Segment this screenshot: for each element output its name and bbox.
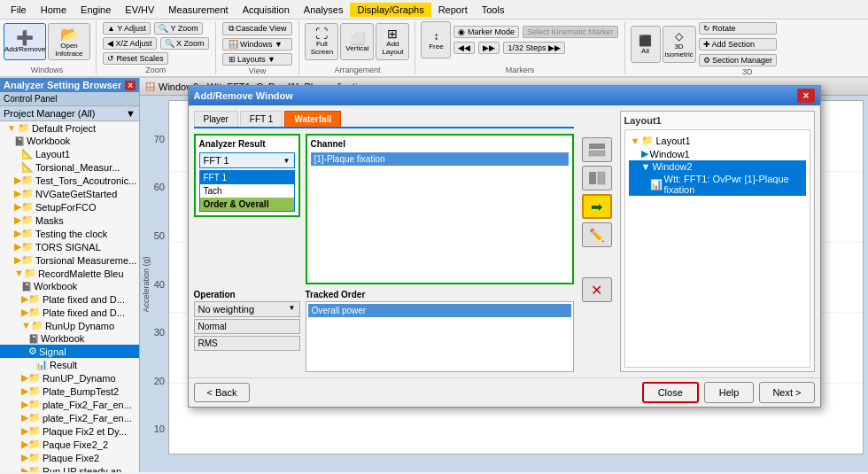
open-infotrace-button[interactable]: 📂 Open Infotrace xyxy=(48,23,90,60)
add-remove-button[interactable]: ➕ Add/Remove xyxy=(4,23,46,60)
add-remove-icon: ➕ xyxy=(16,29,34,46)
x-zoom-button[interactable]: 🔍 X Zoom xyxy=(160,37,209,50)
operation-dropdown-2[interactable]: Normal xyxy=(194,319,300,334)
tree-item-test-tors[interactable]: ▶📁Test_Tors_Acoutronic... xyxy=(0,174,139,187)
analyzer-result-dropdown[interactable]: FFT 1 ▼ xyxy=(199,152,295,168)
menu-file[interactable]: File xyxy=(4,3,34,17)
dialog-close-button[interactable]: × xyxy=(797,89,814,103)
select-kinematic-marker-button[interactable]: Select Kinematic Marker xyxy=(523,26,618,38)
project-manager-expand[interactable]: ▼ xyxy=(126,108,136,119)
windows-button[interactable]: 🪟 Windows ▼ xyxy=(222,38,293,51)
marker-mode-button[interactable]: ◉ Marker Mode xyxy=(453,26,519,38)
tree-item-paque-fixe2-2[interactable]: ▶📁Paque Fixe2_2 xyxy=(0,438,139,451)
y-adjust-button[interactable]: ▲ Y Adjust xyxy=(103,22,151,35)
steps-fraction-button[interactable]: 1/32 Steps ▶▶ xyxy=(503,42,565,54)
tree-item-layout1[interactable]: 📐Layout1 xyxy=(0,147,139,160)
tab-player[interactable]: Player xyxy=(194,111,238,127)
tree-item-record-malette[interactable]: ▼📁RecordMalette Bleu xyxy=(0,267,139,280)
tree-item-plaque-fix2-dy[interactable]: ▶📁Plaque Fix2 et Dy... xyxy=(0,424,139,438)
vertical-button[interactable]: ⬜ Vertical xyxy=(340,23,374,60)
tree-item-plate-fixed-1[interactable]: ▶📁Plate fixed and D... xyxy=(0,292,139,306)
layout-tree-wtt-fft1[interactable]: 📊 Wtt: FFT1: OvPwr [1]-Plaque fixation xyxy=(629,173,806,196)
tree-item-signal[interactable]: ⚙Signal xyxy=(0,345,139,358)
tree-item-plate-fix2-far2[interactable]: ▶📁plate_Fix2_Far_en... xyxy=(0,411,139,424)
cascade-view-button[interactable]: ⧉ Cascade View xyxy=(222,22,293,35)
tree-item-runup-dynamo[interactable]: ▼📁RunUp Dynamo xyxy=(0,319,139,332)
close-button[interactable]: Close xyxy=(642,382,699,403)
tree-item-torsional[interactable]: 📐Torsional_Measur... xyxy=(0,160,139,174)
add-layout-icon: ⊞ xyxy=(387,27,398,41)
all-3d-button[interactable]: ⬛ All xyxy=(631,26,661,63)
menu-display-graphs[interactable]: Display/Graphs xyxy=(350,3,430,17)
tree-item-plate-fixed-2[interactable]: ▶📁Plate fixed and D... xyxy=(0,306,139,319)
menu-home[interactable]: Home xyxy=(34,3,74,17)
tree-item-masks[interactable]: ▶📁Masks xyxy=(0,214,139,227)
tree-item-default-project[interactable]: ▼📁Default Project xyxy=(0,121,139,135)
analyzer-result-value: FFT 1 xyxy=(204,155,229,166)
tree-item-nvgate[interactable]: ▶📁NVGateGetStarted xyxy=(0,187,139,200)
add-to-layout-btn[interactable]: ➡ xyxy=(582,194,612,219)
steps-forward-button[interactable]: ▶▶ xyxy=(478,42,500,54)
tree-item-testing-clock[interactable]: ▶📁Testing the clock xyxy=(0,227,139,240)
tree-item-runup-dynamo2[interactable]: ▶📁RunUP_Dynamo xyxy=(0,371,139,385)
back-button[interactable]: < Back xyxy=(194,383,251,402)
full-screen-button[interactable]: ⛶ Full Screen xyxy=(305,23,338,60)
menu-engine[interactable]: Engine xyxy=(74,3,118,17)
dropdown-item-order-overall[interactable]: Order & Overall xyxy=(200,198,294,211)
channel-item-1[interactable]: [1]-Plaque fixation xyxy=(311,152,569,166)
tree-item-torsional-measure[interactable]: ▶📁Torsional Measureme... xyxy=(0,253,139,267)
layout-tree-window1[interactable]: ▶ Window1 xyxy=(629,147,806,160)
menu-measurement[interactable]: Measurement xyxy=(161,3,235,17)
free-button[interactable]: ↕ Free xyxy=(421,21,451,58)
tracked-order-section: Tracked Order Overall power xyxy=(306,290,574,372)
dropdown-item-fft1[interactable]: FFT 1 xyxy=(200,171,294,184)
tree-item-run-up-steady[interactable]: ▶📁Run UP steady an... xyxy=(0,464,139,472)
tree-item-plate-bump[interactable]: ▶📁Plate_BumpTest2 xyxy=(0,385,139,398)
pencil-btn[interactable]: ✏️ xyxy=(582,222,612,247)
steps-back-button[interactable]: ◀◀ xyxy=(453,42,475,54)
tab-waterfall[interactable]: Waterfall xyxy=(284,111,341,127)
layout-btn-2[interactable] xyxy=(582,166,612,190)
dialog-content: Analyzer Result FFT 1 ▼ FFT 1 xyxy=(194,134,574,284)
menu-report[interactable]: Report xyxy=(431,3,475,17)
analyzer-result-dropdown-list: FFT 1 Tach Order & Overall xyxy=(199,170,295,212)
y-zoom-button[interactable]: 🔍 Y Zoom xyxy=(154,22,203,35)
tab-fft1[interactable]: FFT 1 xyxy=(240,111,283,127)
menu-evhv[interactable]: EV/HV xyxy=(118,3,161,17)
wtt-fft1-label: Wtt: FFT1: OvPwr [1]-Plaque fixation xyxy=(664,174,804,195)
all-icon: ⬛ xyxy=(639,35,652,47)
add-section-button[interactable]: ✚ Add Section xyxy=(699,38,778,51)
markers-group-label: Markers xyxy=(421,66,618,74)
layout-tree-window2[interactable]: ▼ Window2 xyxy=(629,160,806,173)
project-manager-text: Project Manager (All) xyxy=(4,108,95,119)
dropdown-item-tach[interactable]: Tach xyxy=(200,184,294,198)
tree-item-plate-fix2-far1[interactable]: ▶📁plate_Fix2_Far_en... xyxy=(0,398,139,411)
tree-item-tors-signal[interactable]: ▶📁TORS SIGNAL xyxy=(0,240,139,253)
layout-tree-layout1[interactable]: ▼ 📁 Layout1 xyxy=(629,134,806,147)
tree-item-workbook1[interactable]: 📓Workbook xyxy=(0,135,139,147)
operation-dropdown-3[interactable]: RMS xyxy=(194,336,300,351)
menu-acquisition[interactable]: Acquisition xyxy=(236,3,297,17)
tracked-order-item-1[interactable]: Overall power xyxy=(308,304,571,317)
reset-scales-button[interactable]: ↺ Reset Scales xyxy=(103,52,168,65)
menu-analyses[interactable]: Analyses xyxy=(297,3,351,17)
operation-dropdown-1[interactable]: No weighting ▼ xyxy=(194,301,300,317)
rotate-button[interactable]: ↻ Rotate xyxy=(699,22,778,35)
isometric-button[interactable]: ◇ 3D Isometric xyxy=(663,26,696,63)
sidebar-close-button[interactable]: × xyxy=(125,81,136,90)
delete-btn[interactable]: ✕ xyxy=(582,277,612,302)
tree-item-setup-fco[interactable]: ▶📁SetupForFCO xyxy=(0,200,139,214)
tree-item-plaque-fixe2[interactable]: ▶📁Plaque Fixe2 xyxy=(0,451,139,464)
window-icon-2: ▼ xyxy=(641,161,651,172)
next-button[interactable]: Next > xyxy=(759,382,814,403)
layout-btn-1[interactable] xyxy=(582,137,612,162)
tree-item-result[interactable]: 📊Result xyxy=(0,358,139,371)
tree-item-workbook2[interactable]: 📓Workbook xyxy=(0,280,139,292)
xz-adjust-button[interactable]: ◀ X/Z Adjust xyxy=(103,37,157,50)
menu-tools[interactable]: Tools xyxy=(475,3,512,17)
add-layout-button[interactable]: ⊞ Add Layout xyxy=(376,23,409,60)
section-manager-button[interactable]: ⚙ Section Manager xyxy=(699,54,778,66)
tree-item-workbook3[interactable]: 📓Workbook xyxy=(0,332,139,345)
layouts-button[interactable]: ⊞ Layouts ▼ xyxy=(222,53,293,66)
help-button[interactable]: Help xyxy=(704,382,755,403)
